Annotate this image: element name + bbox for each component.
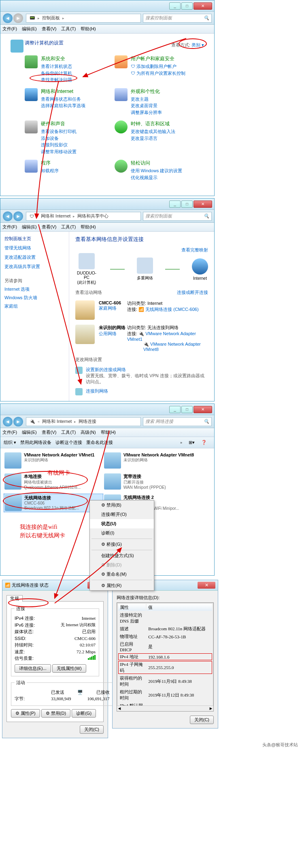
- page-title: 查看基本网络信息并设置连接: [75, 236, 208, 243]
- menu-view[interactable]: 查看(V): [42, 26, 57, 32]
- search-input[interactable]: 搜索 网络连接🔍: [143, 417, 212, 426]
- tab-general[interactable]: 常规: [6, 595, 23, 602]
- cat-clock[interactable]: 时钟、语言和区域更改键盘或其他输入法更改显示语言: [115, 120, 204, 155]
- back-button[interactable]: ◄: [3, 211, 13, 221]
- link-firewall[interactable]: Windows 防火墙: [4, 295, 65, 301]
- sidebar-home[interactable]: 控制面板主页: [4, 236, 65, 242]
- close-button[interactable]: 关闭(C): [80, 725, 104, 734]
- nav-bar: ◄ ► 📟▸控制面板▸ 搜索控制面板🔍: [0, 12, 214, 25]
- maximize-button[interactable]: □: [181, 2, 193, 10]
- tb-diagnose[interactable]: 诊断这个连接: [55, 439, 82, 446]
- cat-appearance[interactable]: 外观和个性化更改主题更改桌面背景调整屏幕分辨率: [115, 88, 204, 116]
- internet-icon: [192, 258, 208, 275]
- disable-button[interactable]: ⚙ 禁用(D): [41, 709, 70, 718]
- close-button[interactable]: ✕: [194, 201, 212, 208]
- minimize-button[interactable]: _: [169, 406, 181, 413]
- menu-tools[interactable]: 工具(T): [61, 429, 76, 435]
- menu-edit[interactable]: 编辑(E): [22, 224, 37, 230]
- forward-button[interactable]: ►: [13, 211, 23, 221]
- details-table: 属性值 连接特定的 DNS 后缀描述Broadcom 802.11n 网络适配器…: [117, 603, 213, 712]
- details-button[interactable]: 详细信息(E)...: [15, 664, 51, 673]
- adapter-vmnet1[interactable]: VMware Network Adapter VMnet1未识别的网络: [4, 452, 103, 469]
- connect-disconnect[interactable]: 连接或断开连接: [177, 289, 208, 296]
- adapter-vmnet8[interactable]: VMware Network Adapter VMnet8未识别的网络: [103, 452, 203, 469]
- adapter-broadband[interactable]: 宽带连接已断开连接WAN Miniport (PPPOE): [103, 473, 203, 490]
- control-panel-icon: [11, 40, 23, 53]
- pc-icon: [79, 253, 95, 269]
- close-button[interactable]: ✕: [198, 582, 215, 589]
- close-button[interactable]: 关闭(C): [190, 716, 214, 724]
- ctx-rename[interactable]: ⚙ 重命名(M): [90, 570, 154, 579]
- shield-icon: [25, 55, 38, 68]
- ctx-properties[interactable]: ⚙ 属性(R): [90, 581, 154, 590]
- close-button[interactable]: ✕: [194, 406, 212, 413]
- menu-view[interactable]: 查看(V): [42, 429, 57, 435]
- task-connect[interactable]: 连接到网络: [75, 386, 208, 397]
- signal-bars-icon: [88, 655, 96, 660]
- properties-button[interactable]: ⚙ 属性(P): [11, 709, 40, 718]
- ctx-disable[interactable]: ⚙ 禁用(B): [90, 501, 154, 510]
- view-by[interactable]: 查看方式: 类别 ▾: [171, 42, 204, 48]
- users-icon: [115, 55, 128, 68]
- cat-system[interactable]: 系统和安全查看计算机状态备份您的计算机查找并解决问题: [25, 55, 115, 83]
- search-input[interactable]: 搜索控制面板🔍: [143, 14, 212, 23]
- menu-tools[interactable]: 工具(T): [61, 26, 76, 32]
- see-also-label: 另请参阅: [4, 278, 22, 283]
- tb-organize[interactable]: 组织 ▾: [4, 439, 16, 446]
- forward-button[interactable]: ►: [13, 13, 23, 23]
- ctx-status[interactable]: 状态(U): [90, 519, 154, 528]
- tb-rename[interactable]: 重命名此连接: [86, 439, 113, 446]
- menu-edit[interactable]: 编辑(E): [22, 26, 37, 32]
- maximize-button[interactable]: □: [181, 406, 193, 413]
- breadcrumb[interactable]: 🔌«网络和 Internet▸网络连接: [26, 417, 141, 426]
- menu-help[interactable]: 帮助(H): [81, 224, 96, 230]
- active-net-label: 查看活动网络: [75, 289, 102, 296]
- menu-file[interactable]: 文件(F): [2, 429, 17, 435]
- forward-button[interactable]: ►: [13, 417, 23, 427]
- toolbar: 组织 ▾ 禁用此网络设备 诊断这个连接 重命名此连接 » ⊞▾ ❓: [0, 437, 214, 448]
- minimize-button[interactable]: _: [169, 2, 181, 10]
- ctx-connect[interactable]: 连接/断开(O): [90, 510, 154, 519]
- tb-disable[interactable]: 禁用此网络设备: [20, 439, 51, 446]
- cat-users[interactable]: 用户帐户和家庭安全🛡 添加或删除用户帐户🛡 为所有用户设置家长控制: [115, 55, 204, 83]
- ctx-bridge[interactable]: ⚙ 桥接(G): [90, 540, 154, 549]
- sidebar-wlan[interactable]: 管理无线网络: [4, 245, 65, 251]
- back-button[interactable]: ◄: [3, 13, 13, 23]
- back-button[interactable]: ◄: [3, 417, 13, 427]
- annotation-wired: 有线网卡: [47, 469, 70, 477]
- full-map-link[interactable]: 查看完整映射: [181, 247, 208, 252]
- ctx-shortcut[interactable]: 创建快捷方式(S): [90, 551, 154, 560]
- menu-help[interactable]: 帮助(H): [101, 429, 116, 435]
- close-button[interactable]: ✕: [194, 2, 212, 10]
- network-details-dialog: 网络连接详细信息✕ 网络连接详细信息(D): 属性值 连接特定的 DNS 后缀描…: [112, 580, 218, 729]
- task-new-connection[interactable]: 设置新的连接或网络设置无线、宽带、拨号、临时或 VPN 连接；或设置路由器或访问…: [75, 365, 208, 386]
- adapter-wireless[interactable]: 无线网络连接CMCC-606Broadcom 802.11n 网络适配...: [4, 494, 103, 512]
- control-panel-body: 调整计算机的设置 查看方式: 类别 ▾ 系统和安全查看计算机状态备份您的计算机查…: [0, 34, 214, 196]
- menu-file[interactable]: 文件(F): [2, 224, 17, 230]
- wlan-properties-button[interactable]: 无线属性(W): [52, 664, 86, 673]
- cat-hardware[interactable]: 硬件和声音查看设备和打印机添加设备连接到投影仪调整常用移动设置: [25, 120, 115, 155]
- cat-network[interactable]: 网络和 Internet查看网络状态和任务选择家庭组和共享选项: [25, 88, 115, 116]
- sidebar-advanced[interactable]: 更改高级共享设置: [4, 264, 65, 270]
- link-homegroup[interactable]: 家庭组: [4, 303, 65, 309]
- menu-view[interactable]: 查看(V): [42, 224, 57, 230]
- menu-file[interactable]: 文件(F): [2, 26, 17, 32]
- diagnose-button[interactable]: 诊断(G): [72, 709, 96, 718]
- minimize-button[interactable]: _: [169, 201, 181, 208]
- cat-programs[interactable]: 程序卸载程序: [25, 160, 115, 181]
- maximize-button[interactable]: □: [181, 201, 193, 208]
- breadcrumb[interactable]: 🛡«网络和 Internet▸网络和共享中心: [26, 212, 141, 221]
- breadcrumb[interactable]: 📟▸控制面板▸: [26, 14, 141, 23]
- appearance-icon: [115, 88, 128, 101]
- cat-ease[interactable]: 轻松访问使用 Windows 建议的设置优化视频显示: [115, 160, 204, 181]
- ctx-diagnose[interactable]: 诊断(I): [90, 528, 154, 538]
- watermark: 头条@猴哥技术站: [0, 740, 302, 750]
- link-internet-options[interactable]: Internet 选项: [4, 286, 65, 292]
- menu-edit[interactable]: 编辑(E): [22, 429, 37, 435]
- sidebar-adapter[interactable]: 更改适配器设置: [4, 254, 65, 260]
- search-input[interactable]: 搜索控制面板🔍: [143, 212, 212, 221]
- wlan-status-dialog: 📶 无线网络连接 状态✕ 常规 连接 IPv4 连接:Internet IPv6…: [2, 580, 108, 738]
- menu-tools[interactable]: 工具(T): [61, 224, 76, 230]
- menu-help[interactable]: 帮助(H): [81, 26, 96, 32]
- printer-icon: [25, 120, 38, 133]
